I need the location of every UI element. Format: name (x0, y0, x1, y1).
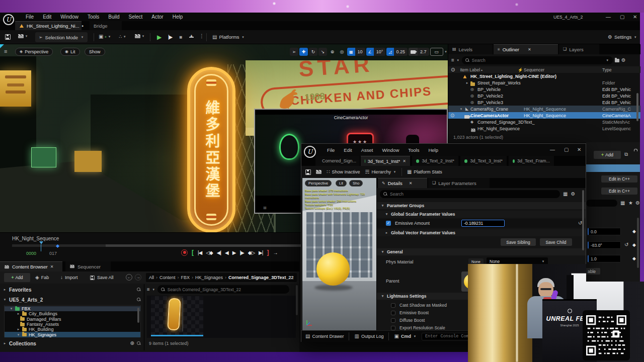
viewport-maximize-button[interactable]: ▭ (430, 48, 443, 56)
scale-snap-control[interactable]: ◿0.25 (386, 48, 408, 56)
breadcrumb-item[interactable]: HK_Signages (195, 275, 223, 280)
menu-help[interactable]: Help (168, 13, 188, 21)
favorites-section[interactable]: ▸Favorites (3, 285, 141, 294)
filter-icon[interactable]: ≡ (451, 58, 454, 63)
loop-mode-button[interactable]: → (273, 250, 277, 255)
outliner-scrollbar[interactable] (636, 93, 638, 121)
viewport-options-icon[interactable]: ≡ (4, 49, 7, 54)
tab-bridge[interactable]: Bridge (90, 21, 122, 30)
favorites-star-icon[interactable]: ★ (628, 201, 633, 206)
fab-button[interactable]: ◈Fab (35, 273, 49, 282)
material-preview-viewport[interactable]: Perspective Lit Sho Base pass shader: 27… (302, 178, 376, 330)
edit-in-cpp-button[interactable]: Edit in C++ (601, 188, 637, 195)
next-key-button[interactable]: ◆▷ (248, 250, 255, 255)
breadcrumb-item[interactable]: FBX (181, 275, 190, 280)
tab-levels[interactable]: ▤Levels (448, 44, 493, 54)
selection-mode-dropdown[interactable]: ➢ Selection Mode ▾ (35, 32, 88, 42)
edit-in-cpp-button[interactable]: Edit in C++ (601, 175, 637, 183)
unreal-logo-icon[interactable]: U (3, 14, 14, 25)
add-button[interactable]: +Add (4, 273, 30, 282)
save-icon[interactable] (5, 34, 11, 40)
tab-layer-parameters[interactable]: ❏ Layer Parameters (428, 178, 490, 188)
blueprint-convert-icon[interactable]: ⧉ (624, 152, 628, 157)
tree-item-hk-building[interactable]: ▸HK_Building (5, 327, 140, 332)
show-inactive-button[interactable]: ∷Show Inactive (327, 169, 360, 174)
surface-snap-button[interactable]: ◎ (338, 48, 346, 56)
output-log-button[interactable]: ▥Output Log (354, 334, 383, 339)
menu-tools[interactable]: Tools (404, 146, 424, 154)
emissive-amount-input[interactable]: -0.189231 (461, 220, 505, 227)
tab-3d-text-2[interactable]: 3d_Text_2_Inst* (412, 156, 458, 166)
menu-build[interactable]: Build (104, 13, 124, 21)
add-collection-icon[interactable]: ⊕ (130, 341, 134, 346)
chevron-down-icon[interactable]: ▾ (444, 50, 448, 54)
show-dropdown[interactable]: Show (85, 48, 105, 56)
world-space-button[interactable]: ⊕ (328, 48, 337, 56)
checkbox[interactable] (391, 318, 395, 323)
close-icon[interactable]: ✕ (633, 15, 637, 20)
menu-help[interactable]: Help (424, 146, 443, 154)
chevron-down-icon[interactable]: ▾ (606, 58, 609, 62)
tree-item-damaged-pillars[interactable]: Damaged_Pillars (5, 317, 140, 322)
gear-icon[interactable]: ⚙ (635, 201, 640, 206)
pip-settings-icon[interactable]: ⊞ (263, 206, 267, 210)
add-component-button[interactable]: +Add (594, 151, 621, 159)
keyframe-icon[interactable]: ◆ (632, 242, 636, 247)
tab-3d-text-3[interactable]: 3d_Text_3_Inst* (460, 156, 507, 166)
outliner-row-level[interactable]: HK_Street_Lighting_Night-CINE (Editor) (448, 73, 640, 79)
tab-layers[interactable]: ❏Layers (559, 44, 599, 54)
save-sibling-button[interactable]: Save Sibling (501, 238, 536, 246)
display-filter-icon[interactable]: ▦ (563, 192, 568, 197)
play-reverse-button[interactable]: ◀ (225, 250, 228, 255)
platform-stats-button[interactable]: ▦Platform Stats (407, 169, 442, 174)
outliner-row-folder[interactable]: ▸ Street_Repair_WorksFolder (448, 79, 640, 86)
tab-details[interactable]: ✎ Details ✕ (378, 178, 427, 188)
column-sequencer[interactable]: Sequencer (524, 67, 544, 72)
asset-scrollbar[interactable] (296, 285, 298, 315)
close-icon[interactable]: ✕ (50, 265, 54, 269)
previous-key-button[interactable]: ◁◆ (206, 250, 212, 255)
rotate-tool-button[interactable]: ↻ (309, 48, 317, 56)
phys-material-dropdown[interactable]: None ▾ (487, 257, 548, 265)
keyframe-icon[interactable]: ◆ (632, 229, 636, 234)
tab-level[interactable]: HK_Street_Lighting_Ni...• (15, 21, 82, 30)
tree-item-city-buildings[interactable]: ▸City_Buildings (5, 311, 140, 316)
outliner-row-cinecamera-selected[interactable]: ⊙ CineCameraActor HK_Night_Sequence Cine… (448, 112, 640, 119)
display-filter-icon[interactable]: ▦ (620, 201, 625, 206)
close-icon[interactable]: ✕ (528, 48, 531, 52)
close-icon[interactable]: ✕ (403, 159, 406, 163)
back-button[interactable]: ← (126, 274, 132, 281)
close-icon[interactable]: ✕ (577, 147, 581, 152)
blueprints-button[interactable]: ∴▾ (119, 34, 126, 39)
import-button[interactable]: ↓Import (60, 273, 78, 282)
save-all-button[interactable]: Save All (90, 273, 114, 282)
filter-icon[interactable]: ≡ (147, 287, 150, 292)
record-button[interactable] (181, 249, 188, 256)
search-icon[interactable] (137, 298, 141, 302)
minimize-icon[interactable]: — (550, 147, 555, 152)
checkbox[interactable] (391, 303, 395, 308)
perspective-dropdown[interactable]: ◈ Perspective (15, 48, 53, 56)
menu-window[interactable]: Window (377, 146, 404, 154)
playhead-marker[interactable] (39, 241, 43, 244)
section-parameter-groups[interactable]: ▾Parameter Groups (377, 202, 586, 209)
menu-window[interactable]: Window (56, 13, 83, 21)
tree-item-hk-signages[interactable]: ▾HK_Signages (5, 332, 140, 337)
menu-file[interactable]: File (323, 146, 339, 154)
section-global-vector[interactable]: ▸Global Vector Parameter Values (377, 229, 586, 236)
breadcrumb-item[interactable]: All (149, 275, 154, 280)
preview-show-dropdown[interactable]: Sho (349, 180, 363, 187)
search-icon[interactable] (137, 341, 141, 345)
eject-button[interactable]: ▲ (189, 33, 194, 38)
play-forward-button[interactable]: ▶ (232, 250, 236, 255)
tab-sequencer[interactable]: Sequencer (65, 261, 111, 272)
cmd-dropdown[interactable]: ▣Cmd▾ (394, 334, 416, 339)
outliner-row-bp-vehicle3[interactable]: ◎ BP_Vehicle3Edit BP_Vehic (448, 99, 640, 106)
column-type[interactable]: Type (602, 67, 611, 72)
gear-icon[interactable]: ⚙ (571, 192, 575, 197)
column-item-label[interactable]: Item Label (460, 67, 480, 72)
menu-actor[interactable]: Actor (147, 13, 168, 21)
restore-icon[interactable]: ▢ (564, 147, 569, 152)
project-root-section[interactable]: ▾UE5_4_Arts_2 (3, 295, 141, 304)
cinematics-button[interactable]: ▾ (135, 34, 145, 38)
